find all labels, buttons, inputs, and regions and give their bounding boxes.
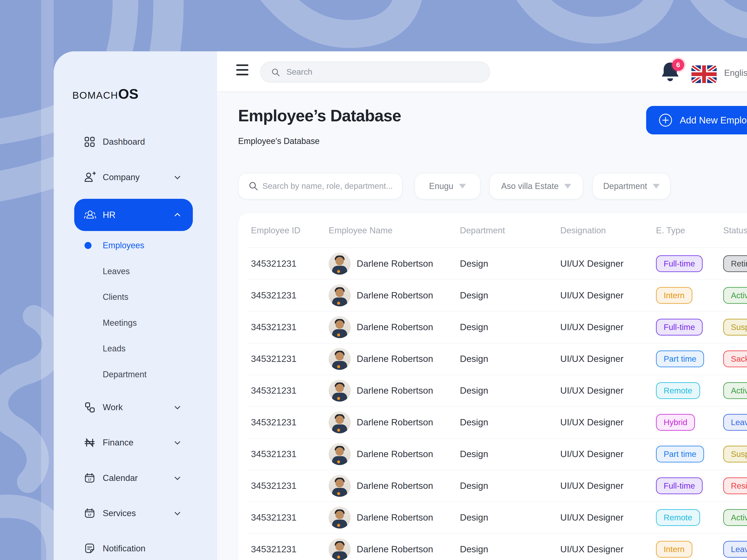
employee-id-cell: 345321231 xyxy=(251,512,297,523)
sidebar-subitem-label: Leads xyxy=(103,344,126,353)
avatar xyxy=(329,253,351,275)
sidebar-subitem-label: Employees xyxy=(103,241,144,250)
sidebar-item-label: Calendar xyxy=(103,473,138,483)
employee-id-cell: 345321231 xyxy=(251,290,297,300)
employee-name-cell: Darlene Robertson xyxy=(357,481,433,491)
main-content: Employee’s Database Employee's Database … xyxy=(217,92,747,560)
sidebar-item-label: Work xyxy=(103,402,123,412)
notification-bell[interactable]: 6 xyxy=(660,60,685,85)
table-row[interactable]: 345321231 Darlene Robertson Design UI/UX… xyxy=(238,248,747,279)
sidebar-subitem-leads[interactable]: Leads xyxy=(54,338,217,359)
column-header: Employee Name xyxy=(329,225,393,235)
active-dot-icon xyxy=(84,242,92,249)
table-row[interactable]: 345321231 Darlene Robertson Design UI/UX… xyxy=(238,311,747,343)
table-row[interactable]: 345321231 Darlene Robertson Design UI/UX… xyxy=(238,279,747,311)
employee-name-cell: Darlene Robertson xyxy=(357,322,433,332)
naira-icon xyxy=(83,436,96,449)
menu-icon[interactable] xyxy=(236,64,248,78)
sidebar-subitem-employees[interactable]: Employees xyxy=(54,235,217,256)
employee-name-cell: Darlene Robertson xyxy=(357,512,433,523)
table-search xyxy=(238,173,403,199)
department-cell: Design xyxy=(460,544,488,554)
status-badge: Retired xyxy=(723,255,747,272)
topbar-search xyxy=(260,61,490,83)
status-badge: Suspended xyxy=(723,446,747,462)
etype-badge: Full-time xyxy=(656,319,703,336)
brand-suffix: OS xyxy=(118,86,138,102)
designation-cell: UI/UX Designer xyxy=(560,259,623,269)
table-header: Employee ID Employee Name Department Des… xyxy=(238,213,747,248)
avatar xyxy=(329,475,351,497)
sidebar-subitem-label: Clients xyxy=(103,292,128,302)
status-badge: Leave xyxy=(723,414,747,431)
page-title: Employee’s Database xyxy=(238,106,401,125)
sidebar-item-hr[interactable]: HR xyxy=(74,199,193,231)
notification-count-badge: 6 xyxy=(672,59,684,71)
status-badge: Resigned xyxy=(723,477,747,494)
search-icon xyxy=(271,67,281,77)
add-new-employee-button[interactable]: Add New Employee xyxy=(646,106,747,134)
designation-cell: UI/UX Designer xyxy=(560,481,623,491)
column-header: E. Type xyxy=(656,225,685,235)
table-row[interactable]: 345321231 Darlene Robertson Design UI/UX… xyxy=(238,438,747,470)
sidebar-subitem-label: Leaves xyxy=(103,266,130,276)
chevron-down-icon xyxy=(172,508,183,518)
employee-name-cell: Darlene Robertson xyxy=(357,354,433,364)
sidebar-item-label: HR xyxy=(103,210,115,220)
dropdown-value: Enugu xyxy=(429,181,453,191)
dropdown-value: Aso villa Estate xyxy=(501,181,559,191)
column-header: Department xyxy=(460,225,505,235)
department-cell: Design xyxy=(460,512,488,523)
page-subtitle: Employee's Database xyxy=(238,136,319,146)
designation-cell: UI/UX Designer xyxy=(560,544,623,554)
sidebar-item-finance[interactable]: Finance xyxy=(54,431,217,454)
language-selector[interactable]: English xyxy=(724,68,747,78)
filter-dropdown-estate[interactable]: Aso villa Estate xyxy=(489,173,583,199)
dropdown-value: Department xyxy=(603,181,647,191)
employee-name-cell: Darlene Robertson xyxy=(357,385,433,396)
employee-table: Employee ID Employee Name Department Des… xyxy=(238,213,747,560)
sidebar-item-label: Notification xyxy=(103,544,146,554)
etype-badge: Full-time xyxy=(656,255,703,272)
sidebar-item-services[interactable]: 17 Services xyxy=(54,502,217,525)
sidebar-subitem-label: Meetings xyxy=(103,318,137,328)
avatar xyxy=(329,348,351,370)
sidebar-item-notification[interactable]: Notification xyxy=(54,537,217,560)
designation-cell: UI/UX Designer xyxy=(560,322,623,332)
filter-dropdown-location[interactable]: Enugu xyxy=(415,173,481,199)
table-row[interactable]: 345321231 Darlene Robertson Design UI/UX… xyxy=(238,375,747,406)
filter-dropdown-department[interactable]: Department xyxy=(592,173,670,199)
employee-name-cell: Darlene Robertson xyxy=(357,290,433,300)
table-search-input[interactable] xyxy=(262,174,396,198)
svg-text:17: 17 xyxy=(88,513,91,516)
uk-flag-icon[interactable] xyxy=(691,65,717,83)
sidebar-item-dashboard[interactable]: Dashboard xyxy=(54,131,217,153)
sidebar-item-calendar[interactable]: 17 Calendar xyxy=(54,467,217,489)
table-row[interactable]: 345321231 Darlene Robertson Design UI/UX… xyxy=(238,406,747,438)
sidebar-subitem-department[interactable]: Department xyxy=(54,364,217,385)
department-cell: Design xyxy=(460,481,488,491)
table-row[interactable]: 345321231 Darlene Robertson Design UI/UX… xyxy=(238,533,747,560)
table-row[interactable]: 345321231 Darlene Robertson Design UI/UX… xyxy=(238,502,747,533)
etype-badge: Intern xyxy=(656,287,692,304)
dropdown-arrow-icon xyxy=(653,184,660,189)
department-cell: Design xyxy=(460,417,488,427)
chevron-down-icon xyxy=(172,402,183,412)
dropdown-arrow-icon xyxy=(564,184,571,189)
search-input[interactable] xyxy=(286,62,478,82)
table-row[interactable]: 345321231 Darlene Robertson Design UI/UX… xyxy=(238,343,747,375)
avatar xyxy=(329,285,351,306)
table-row[interactable]: 345321231 Darlene Robertson Design UI/UX… xyxy=(238,470,747,502)
calendar-icon: 17 xyxy=(83,472,96,484)
employee-id-cell: 345321231 xyxy=(251,322,297,332)
department-cell: Design xyxy=(460,449,488,459)
note-icon xyxy=(83,542,96,555)
sidebar-subitem-leaves[interactable]: Leaves xyxy=(54,261,217,282)
sidebar: BOMACHOS Dashboard Company HR xyxy=(54,51,217,560)
employee-id-cell: 345321231 xyxy=(251,481,297,491)
sidebar-item-company[interactable]: Company xyxy=(54,166,217,189)
sidebar-item-work[interactable]: Work xyxy=(54,396,217,419)
employee-id-cell: 345321231 xyxy=(251,354,297,364)
sidebar-subitem-clients[interactable]: Clients xyxy=(54,286,217,308)
sidebar-subitem-meetings[interactable]: Meetings xyxy=(54,312,217,334)
